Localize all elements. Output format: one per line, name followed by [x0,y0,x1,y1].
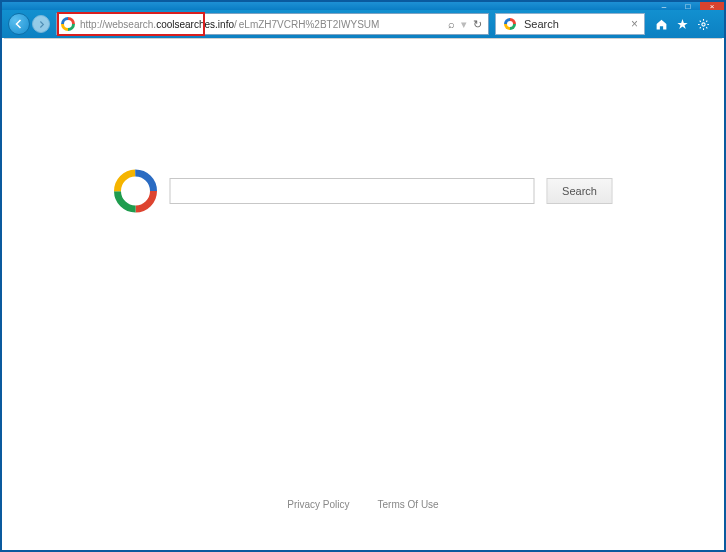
window-titlebar: – □ × [2,2,724,10]
url-suffix: / [234,19,237,30]
search-icon[interactable]: ⌕ [448,18,455,30]
address-bar-icons: ⌕ ▾ ↻ [442,18,488,31]
url-prefix: http://websearch. [80,19,156,30]
separator: ▾ [461,18,467,31]
search-button[interactable]: Search [547,178,613,204]
privacy-link[interactable]: Privacy Policy [287,499,349,510]
tab-search[interactable]: Search × [495,13,645,35]
tab-close-button[interactable]: × [629,17,640,31]
address-text[interactable]: http://websearch.coolsearches.info/eLmZH… [79,19,442,30]
search-input[interactable] [170,178,535,204]
browser-navbar: http://websearch.coolsearches.info/eLmZH… [2,10,724,38]
close-button[interactable]: × [700,2,724,10]
url-trailing: eLmZH7VCRH%2BT2IWYSUM [239,19,380,30]
arrow-right-icon [37,20,46,29]
gear-icon[interactable] [697,18,710,31]
back-button[interactable] [8,13,30,35]
arrow-left-icon [13,18,25,30]
terms-link[interactable]: Terms Of Use [378,499,439,510]
footer-links: Privacy Policy Terms Of Use [6,499,720,510]
window-controls: – □ × [652,2,724,10]
favorites-icon[interactable] [676,18,689,31]
site-favicon-icon [61,17,75,31]
search-area: Search [114,169,613,213]
toolbar-right [647,18,718,31]
forward-button[interactable] [32,15,50,33]
minimize-button[interactable]: – [652,2,676,10]
maximize-button[interactable]: □ [676,2,700,10]
search-logo-icon [114,169,158,213]
svg-point-0 [702,22,705,25]
refresh-icon[interactable]: ↻ [473,18,482,31]
home-icon[interactable] [655,18,668,31]
url-domain: coolsearches.info [156,19,234,30]
address-bar[interactable]: http://websearch.coolsearches.info/eLmZH… [56,13,489,35]
tab-favicon-icon [504,18,516,30]
page-content: Search Privacy Policy Terms Of Use [4,38,722,520]
tab-title: Search [524,18,559,30]
tab-bar: Search × [495,13,645,35]
